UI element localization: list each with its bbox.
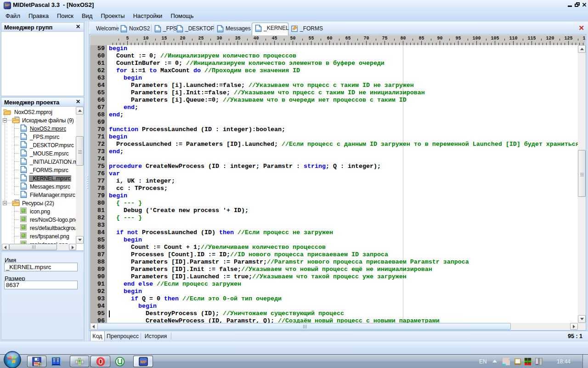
tree-item-ресурсы-22-[interactable]: Ресурсы (22) — [1, 199, 76, 207]
scrollbar-thumb[interactable] — [9, 244, 57, 250]
project-tree-vertical-scrollbar[interactable] — [76, 107, 84, 244]
group-manager-close-icon[interactable]: ✕ — [76, 24, 80, 30]
minimize-button-icon[interactable] — [567, 2, 573, 7]
tree-item-исходные-файлы-9-[interactable]: Исходные файлы (9) — [1, 116, 76, 124]
editor-frame: 5101520253035404550556065707580859095100… — [89, 34, 586, 331]
tree-item-res-sdpanel-png[interactable]: res/sdpanel.png — [1, 240, 76, 244]
menu-item-1[interactable]: Файл — [1, 10, 24, 21]
name-field[interactable]: _KERNEL.mpsrc — [4, 263, 78, 271]
code-line-70: function ProcessLaunched (ID : integer):… — [109, 126, 285, 133]
ruler-tick — [531, 41, 532, 45]
tab-welcome[interactable]: Welcome — [91, 23, 116, 34]
ruler-tick — [274, 41, 275, 45]
scroll-button-left[interactable] — [90, 323, 98, 330]
scrollbar-track[interactable] — [76, 107, 84, 244]
size-field[interactable]: 8637 — [4, 281, 78, 289]
menu-item-5[interactable]: Проекты — [96, 10, 129, 21]
ruler-label: 75 — [382, 36, 387, 41]
clock[interactable]: 18:44 — [557, 358, 571, 365]
ruler-mid-mark — [339, 39, 339, 40]
line-number: 60 — [97, 52, 105, 60]
code-line-90: Parameters [ID].Launched := true;//Указы… — [109, 273, 407, 281]
tree-item-filemanager-mpsrc[interactable]: FileManager.mpsrc — [1, 190, 76, 199]
tab-close-icon[interactable]: ✕ — [578, 25, 584, 31]
tab-messages[interactable]: Messages — [214, 23, 250, 34]
tab-noxos2[interactable]: NoxOS2 — [118, 23, 151, 34]
ruler-tick — [256, 41, 256, 45]
tree-item-res-noxos-logo-png[interactable]: res/NoxOS-logo.png — [1, 215, 76, 224]
menu-item-6[interactable]: Настройки — [129, 10, 167, 21]
scroll-button-right[interactable] — [570, 323, 578, 330]
show-desktop-button[interactable] — [582, 355, 588, 368]
scroll-button-down[interactable] — [578, 315, 586, 323]
scroll-button-up[interactable] — [578, 45, 586, 53]
tab-forms[interactable]: _FORMS — [288, 23, 322, 34]
tray-icon-gray-app[interactable] — [535, 358, 543, 365]
tree-item-res-fpspanel-png[interactable]: res/fpspanel.png — [1, 232, 76, 240]
tree-item-label: Ресурсы (22) — [22, 200, 54, 207]
tree-item--mouse-mpsrc[interactable]: _MOUSE.mpsrc — [1, 149, 76, 157]
taskbar-button-utorrent[interactable] — [115, 356, 125, 367]
tray-icon-gold-app[interactable] — [514, 358, 521, 365]
ruler-label: 30 — [216, 36, 222, 41]
code-editor[interactable]: begin Count := 0; //Инициализируем колич… — [107, 45, 578, 323]
editor-vertical-scrollbar[interactable] — [578, 45, 586, 323]
ruler-tick — [421, 41, 422, 45]
tree-item--desktop-mpsrc[interactable]: _DESKTOP.mpsrc — [1, 141, 76, 149]
tree-item--kernel-mpsrc[interactable]: _KERNEL.mpsrc — [1, 174, 76, 182]
scroll-button-right[interactable] — [69, 244, 76, 250]
language-indicator[interactable]: EN — [479, 358, 487, 365]
close-button-icon[interactable]: ✕ — [582, 2, 587, 7]
project-tree-horizontal-scrollbar[interactable] — [2, 244, 76, 250]
taskbar-button-midletpascal[interactable]: MP — [133, 356, 153, 367]
scrollbar-thumb[interactable] — [97, 323, 511, 330]
tab-fps[interactable]: _FPS — [152, 23, 173, 34]
view-tab-preprocess[interactable]: Препроцесс — [105, 331, 141, 341]
menu-item-7[interactable]: Помощь — [166, 10, 198, 21]
taskbar-button-opera[interactable] — [90, 356, 110, 367]
code-line-89: Parameters [ID].Init := false;//Указывае… — [109, 266, 432, 273]
tree-item--fps-mpsrc[interactable]: _FPS.mpsrc — [1, 132, 76, 141]
ruler-label: 65 — [345, 36, 351, 41]
ruler-tick — [164, 41, 164, 45]
scrollbar-thumb[interactable] — [76, 136, 84, 166]
ruler-label: 55 — [308, 36, 314, 41]
tray-icon-grid-app[interactable] — [524, 358, 531, 365]
menu-item-2[interactable]: Правка — [24, 10, 53, 21]
restore-button-icon[interactable] — [575, 2, 580, 7]
tab-label: NoxOS2 — [129, 25, 150, 32]
tree-item-res-defaultbackground-png[interactable]: res/defaultbackground.png — [1, 224, 76, 232]
show-hidden-icons-icon[interactable] — [492, 360, 497, 362]
caret-position-status: 95 : 1 — [568, 333, 582, 339]
view-tab-history[interactable]: История — [141, 331, 171, 341]
menu-item-3[interactable]: Поиск — [53, 10, 78, 21]
tray-icon-pink-app[interactable] — [503, 358, 510, 365]
ruler-tick — [201, 41, 201, 45]
project-manager-close-icon[interactable]: ✕ — [76, 99, 80, 105]
tree-item--initialization-mpsrc[interactable]: _INITIALIZATION.mpsrc — [1, 157, 76, 166]
tab-desktop[interactable]: _DESKTOP — [174, 23, 213, 34]
scroll-button-down[interactable] — [76, 236, 84, 244]
tab-kernel[interactable]: _KERNEL — [252, 23, 288, 35]
scroll-button-up[interactable] — [76, 107, 84, 115]
taskbar-button-battery[interactable] — [70, 356, 89, 367]
tree-item-noxos2-mpsrc[interactable]: NoxOS2.mpsrc — [1, 124, 76, 132]
tree-item--forms-mpsrc[interactable]: _FORMS.mpsrc — [1, 166, 76, 174]
ruler-label: 15 — [161, 36, 167, 41]
editor-horizontal-scrollbar[interactable] — [90, 323, 578, 330]
taskbar-button-floppy[interactable] — [27, 356, 46, 367]
tree-item-messages-mpsrc[interactable]: Messages.mpsrc — [1, 182, 76, 190]
line-number: 61 — [97, 60, 105, 67]
start-button[interactable] — [4, 351, 21, 368]
code-line-92: begin — [109, 288, 142, 295]
taskbar-button-book[interactable] — [51, 356, 61, 367]
tree-item-icon-png[interactable]: icon.png — [1, 207, 76, 215]
menu-item-4[interactable]: Вид — [78, 10, 97, 21]
view-tab-code[interactable]: Код — [90, 331, 105, 341]
tree-expander-icon[interactable] — [3, 201, 7, 205]
tree-expander-icon[interactable] — [3, 118, 7, 122]
scrollbar-thumb[interactable] — [578, 150, 586, 197]
tree-item-noxos2-mpproj[interactable]: NoxOS2.mpproj — [1, 108, 76, 116]
scroll-button-left[interactable] — [2, 244, 9, 250]
tree-item-label: FileManager.mpsrc — [30, 192, 75, 198]
